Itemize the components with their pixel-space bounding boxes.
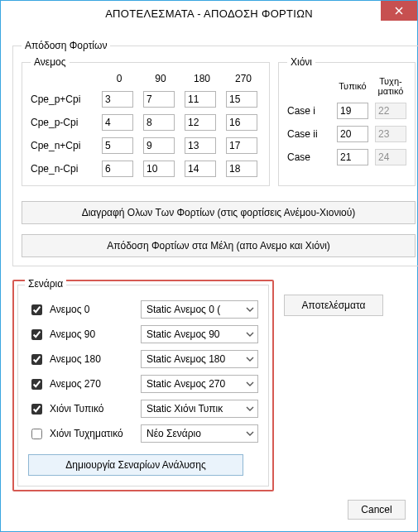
scenario-combo-4[interactable]: Static Χιόνι Τυπικ [141, 400, 258, 418]
scenario-checkbox-label-3[interactable]: Ανεμος 270 [28, 376, 134, 392]
scenario-checkbox-label-4[interactable]: Χιόνι Τυπικό [28, 401, 134, 417]
snow-header-random: Τυχη-ματικό [375, 76, 406, 96]
snow-random-input-0 [375, 103, 406, 119]
snow-row-label-2: Case [287, 151, 330, 163]
scenario-label-text-3: Ανεμος 270 [50, 378, 101, 390]
scenario-combo-0[interactable]: Static Ανεμος 0 ( [141, 300, 258, 319]
wind-input-r2-c1[interactable] [143, 137, 175, 154]
wind-input-r3-c0[interactable] [102, 161, 133, 177]
scenario-label-text-2: Ανεμος 180 [50, 353, 101, 365]
scenario-combo-text-3: Static Ανεμος 270 [147, 378, 225, 390]
wind-grid: 090180270Cpe_p+CpiCpe_p-CpiCpe_n+CpiCpe_… [31, 73, 261, 177]
wind-input-r1-c1[interactable] [143, 114, 175, 131]
wind-input-r3-c2[interactable] [185, 161, 216, 177]
snow-typical-input-1[interactable] [337, 126, 368, 142]
wind-legend: Ανεμος [31, 56, 70, 68]
scenario-combo-2[interactable]: Static Ανεμος 180 [141, 350, 258, 368]
scenario-checkbox-1[interactable] [31, 329, 42, 340]
scenario-checkbox-4[interactable] [31, 404, 42, 415]
scenario-combo-text-5: Νέο Σενάριο [147, 428, 201, 439]
wind-input-r2-c3[interactable] [226, 137, 257, 154]
results-button[interactable]: Αποτελέσματα [284, 295, 383, 316]
close-icon [395, 7, 403, 15]
window-root: ΑΠΟΤΕΛΕΣΜΑΤΑ - ΑΠΟΔΟΣΗ ΦΟΡΤΙΩΝ Απόδοση Φ… [0, 0, 418, 532]
assign-loads-members-button[interactable]: Απόδοση Φορτίων στα Μέλη (απο Ανεμο και … [22, 234, 416, 257]
scenario-label-text-4: Χιόνι Τυπικό [50, 403, 103, 415]
chevron-down-icon [246, 355, 254, 363]
scenario-checkbox-label-1[interactable]: Ανεμος 90 [28, 327, 134, 343]
wind-input-r0-c1[interactable] [143, 91, 175, 108]
wind-input-r3-c1[interactable] [143, 161, 175, 177]
scenario-label-text-1: Ανεμος 90 [50, 328, 95, 340]
snow-row-label-1: Case ii [287, 128, 330, 140]
titlebar: ΑΠΟΤΕΛΕΣΜΑΤΑ - ΑΠΟΔΟΣΗ ΦΟΡΤΙΩΝ [1, 1, 417, 26]
delete-all-loads-button[interactable]: Διαγραφή Ολων Των Φορτίων (στις φορτίσει… [22, 201, 416, 224]
scenario-row-5: Χιόνι ΤυχηματικόΝέο Σενάριο [28, 421, 258, 446]
scenario-checkbox-label-0[interactable]: Ανεμος 0 [28, 302, 134, 318]
cancel-button[interactable]: Cancel [348, 500, 406, 520]
wind-row-label-0: Cpe_p+Cpi [31, 93, 95, 105]
chevron-down-icon [246, 305, 254, 314]
scenario-checkbox-3[interactable] [31, 379, 42, 390]
load-release-legend: Απόδοση Φορτίων [22, 40, 110, 51]
scenario-label-text-5: Χιόνι Τυχηματικό [50, 428, 123, 439]
wind-row-label-3: Cpe_n-Cpi [31, 163, 95, 175]
snow-row-label-0: Case i [287, 105, 330, 117]
scenarios-legend: Σενάρια [25, 278, 66, 290]
scenario-label-text-0: Ανεμος 0 [50, 304, 90, 315]
snow-random-input-2 [375, 149, 406, 165]
scenario-combo-text-4: Static Χιόνι Τυπικ [147, 403, 223, 415]
scenario-checkbox-2[interactable] [31, 354, 42, 365]
chevron-down-icon [246, 429, 254, 438]
wind-input-r1-c2[interactable] [185, 114, 216, 131]
load-release-group: Απόδοση Φορτίων Ανεμος 090180270Cpe_p+Cp… [12, 40, 418, 266]
scenario-row-0: Ανεμος 0Static Ανεμος 0 ( [28, 297, 258, 322]
snow-legend: Χιόνι [287, 56, 315, 68]
snow-typical-input-2[interactable] [337, 149, 368, 165]
wind-input-r2-c2[interactable] [185, 137, 216, 154]
wind-input-r1-c0[interactable] [102, 114, 133, 131]
scenarios-highlight-frame: Σενάρια Ανεμος 0Static Ανεμος 0 (Ανεμος … [12, 280, 274, 491]
scenario-checkbox-label-5[interactable]: Χιόνι Τυχηματικό [28, 426, 134, 442]
wind-row-label-2: Cpe_n+Cpi [31, 140, 95, 151]
snow-random-input-1 [375, 126, 406, 142]
wind-angle-header-90: 90 [143, 73, 178, 84]
wind-angle-header-270: 270 [226, 73, 261, 84]
scenario-combo-3[interactable]: Static Ανεμος 270 [141, 375, 258, 393]
snow-grid: ΤυπικόΤυχη-ματικόCase iCase iiCase [287, 76, 406, 165]
scenario-combo-text-2: Static Ανεμος 180 [147, 353, 225, 365]
scenario-checkbox-5[interactable] [31, 429, 42, 439]
scenario-row-1: Ανεμος 90Static Ανεμος 90 [28, 322, 258, 347]
window-title: ΑΠΟΤΕΛΕΣΜΑΤΑ - ΑΠΟΔΟΣΗ ΦΟΡΤΙΩΝ [105, 7, 313, 20]
scenario-row-3: Ανεμος 270Static Ανεμος 270 [28, 371, 258, 396]
scenario-combo-5[interactable]: Νέο Σενάριο [141, 424, 258, 443]
wind-input-r0-c0[interactable] [102, 91, 133, 108]
scenario-checkbox-0[interactable] [31, 304, 42, 315]
wind-input-r3-c3[interactable] [226, 161, 257, 177]
scenario-row-2: Ανεμος 180Static Ανεμος 180 [28, 347, 258, 371]
scenario-row-4: Χιόνι ΤυπικόStatic Χιόνι Τυπικ [28, 396, 258, 421]
snow-typical-input-0[interactable] [337, 103, 368, 119]
wind-row-label-1: Cpe_p-Cpi [31, 117, 95, 128]
wind-input-r0-c2[interactable] [185, 91, 216, 108]
wind-group: Ανεμος 090180270Cpe_p+CpiCpe_p-CpiCpe_n+… [22, 56, 270, 186]
wind-angle-header-0: 0 [102, 73, 137, 84]
chevron-down-icon [246, 330, 254, 338]
wind-input-r0-c3[interactable] [226, 91, 257, 108]
client-area: Απόδοση Φορτίων Ανεμος 090180270Cpe_p+Cp… [1, 26, 417, 532]
scenario-combo-text-0: Static Ανεμος 0 ( [147, 304, 220, 315]
snow-header-typical: Τυπικό [337, 81, 368, 91]
snow-group: Χιόνι ΤυπικόΤυχη-ματικόCase iCase iiCase [278, 56, 416, 186]
scenarios-group: Σενάρια Ανεμος 0Static Ανεμος 0 (Ανεμος … [17, 285, 269, 486]
scenario-combo-text-1: Static Ανεμος 90 [147, 328, 220, 340]
right-column: Αποτελέσματα [284, 280, 406, 495]
chevron-down-icon [246, 405, 254, 413]
scenario-checkbox-label-2[interactable]: Ανεμος 180 [28, 352, 134, 367]
wind-angle-header-180: 180 [185, 73, 219, 84]
scenario-combo-1[interactable]: Static Ανεμος 90 [141, 325, 258, 343]
close-button[interactable] [381, 1, 417, 21]
create-analysis-scenarios-button[interactable]: Δημιουργία Σεναρίων Ανάλυσης [28, 454, 243, 476]
wind-input-r2-c0[interactable] [102, 137, 133, 154]
chevron-down-icon [246, 380, 254, 388]
wind-input-r1-c3[interactable] [226, 114, 257, 131]
